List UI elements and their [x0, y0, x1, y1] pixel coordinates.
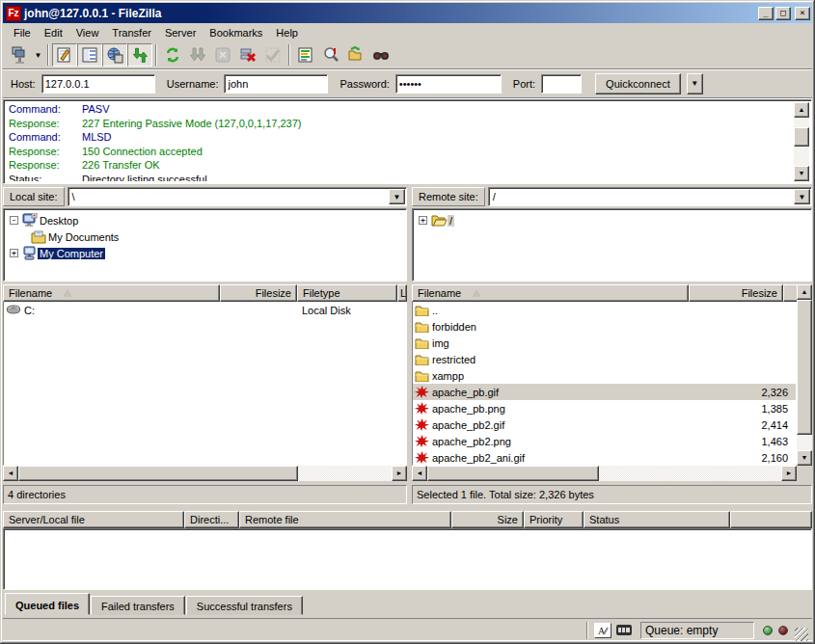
title-bar[interactable]: Fz john@127.0.0.1 - FileZilla _ □ ×: [3, 3, 812, 23]
reconnect-icon[interactable]: [260, 43, 285, 67]
column-priority[interactable]: Priority: [524, 511, 584, 528]
column-status[interactable]: Status: [584, 511, 730, 528]
refresh-icon[interactable]: [160, 43, 185, 67]
column-filesize[interactable]: Filesize: [220, 284, 297, 302]
remote-list-hscrollbar[interactable]: ◄ ►: [412, 466, 797, 481]
file-row[interactable]: forbidden: [413, 318, 796, 335]
tree-item-root[interactable]: + /: [419, 212, 811, 228]
menu-file[interactable]: File: [7, 25, 38, 40]
scroll-thumb[interactable]: [797, 300, 812, 435]
menu-edit[interactable]: Edit: [38, 25, 69, 40]
combo-dropdown-icon[interactable]: ▼: [389, 189, 405, 204]
quickconnect-button[interactable]: Quickconnect: [595, 73, 681, 94]
menu-transfer[interactable]: Transfer: [105, 25, 158, 40]
file-row[interactable]: restricted: [413, 351, 796, 367]
resize-grip[interactable]: [795, 628, 808, 641]
find-files-icon[interactable]: [368, 43, 394, 67]
folder-icon: [415, 354, 429, 365]
tab-successful-transfers[interactable]: Successful transfers: [186, 596, 303, 615]
tree-item-label-selected: My Computer: [38, 248, 105, 259]
log-line: Status:Directory listing successful: [6, 173, 794, 182]
file-row[interactable]: apache_pb.png 1,385: [413, 400, 796, 416]
tab-queued-files[interactable]: Queued files: [5, 593, 90, 615]
maximize-button[interactable]: □: [775, 7, 791, 20]
file-name: apache_pb2.png: [432, 436, 511, 447]
toggle-remote-tree-icon[interactable]: [102, 43, 127, 67]
site-manager-dropdown[interactable]: ▼: [32, 43, 44, 67]
menu-server[interactable]: Server: [158, 25, 203, 40]
password-input[interactable]: [395, 74, 502, 94]
site-manager-icon[interactable]: [7, 43, 32, 67]
scroll-right-icon[interactable]: ►: [781, 466, 797, 481]
column-filename[interactable]: Filename: [3, 284, 220, 302]
cancel-icon[interactable]: [210, 43, 235, 67]
file-row[interactable]: apache_pb2.gif 2,414: [413, 416, 796, 433]
menu-bookmarks[interactable]: Bookmarks: [203, 25, 269, 40]
open-folder-icon: [431, 214, 448, 227]
username-input[interactable]: [224, 74, 328, 94]
file-row[interactable]: apache_pb2.png 1,463: [413, 433, 796, 449]
scroll-thumb[interactable]: [794, 127, 809, 147]
port-input[interactable]: [541, 74, 582, 94]
file-name: apache_pb.gif: [432, 387, 499, 398]
scroll-thumb[interactable]: [427, 466, 599, 481]
scroll-up-icon[interactable]: ▲: [797, 284, 812, 300]
scroll-right-icon[interactable]: ►: [392, 466, 407, 481]
quickconnect-dropdown[interactable]: ▼: [687, 73, 703, 94]
toggle-local-tree-icon[interactable]: [77, 43, 102, 67]
column-direction[interactable]: Directi...: [184, 511, 239, 528]
menu-help[interactable]: Help: [269, 25, 305, 40]
scroll-left-icon[interactable]: ◄: [3, 466, 18, 481]
file-row[interactable]: img: [413, 335, 796, 351]
window-title: john@127.0.0.1 - FileZilla: [24, 7, 756, 20]
file-row[interactable]: ..: [413, 302, 796, 318]
log-scrollbar[interactable]: ▲ ▼: [794, 102, 809, 181]
process-queue-icon[interactable]: [185, 43, 210, 67]
column-lastmodified[interactable]: L: [397, 284, 407, 302]
expand-icon[interactable]: +: [10, 249, 18, 257]
file-row[interactable]: C: Local Disk: [4, 302, 406, 318]
scroll-thumb[interactable]: [18, 466, 298, 481]
scroll-up-icon[interactable]: ▲: [794, 102, 809, 118]
tree-item-my-documents[interactable]: My Documents: [10, 228, 406, 245]
sync-browsing-icon[interactable]: [343, 43, 368, 67]
queue-list[interactable]: [3, 528, 812, 590]
file-name: ..: [432, 305, 438, 316]
tree-item-desktop[interactable]: - Desktop: [10, 212, 406, 228]
local-site-combo[interactable]: \ ▼: [68, 187, 407, 206]
file-row-selected[interactable]: apache_pb.gif 2,326: [413, 384, 796, 400]
combo-dropdown-icon[interactable]: ▼: [794, 189, 810, 204]
scroll-down-icon[interactable]: ▼: [794, 166, 809, 181]
disconnect-icon[interactable]: [235, 43, 260, 67]
filter-icon[interactable]: [293, 43, 318, 67]
file-name: apache_pb2_ani.gif: [432, 452, 525, 464]
scroll-down-icon[interactable]: ▼: [797, 450, 812, 466]
toggle-queue-icon[interactable]: [127, 43, 152, 67]
compare-icon[interactable]: [318, 43, 343, 67]
host-input[interactable]: [41, 74, 155, 94]
file-row[interactable]: xampp: [413, 367, 796, 384]
column-filetype[interactable]: Filetype: [297, 284, 397, 302]
tab-failed-transfers[interactable]: Failed transfers: [91, 596, 185, 615]
column-filename[interactable]: Filename: [412, 284, 689, 302]
file-name: img: [432, 337, 449, 349]
transfer-type-ascii-icon[interactable]: A: [594, 623, 611, 638]
remote-site-combo[interactable]: / ▼: [488, 187, 812, 206]
indicator-badge-icon[interactable]: [615, 623, 633, 638]
tree-item-label-selected: /: [448, 215, 454, 227]
column-remote-file[interactable]: Remote file: [239, 511, 451, 528]
close-button[interactable]: ×: [795, 7, 810, 20]
file-row[interactable]: apache_pb2_ani.gif 2,160: [413, 449, 796, 466]
tree-item-my-computer[interactable]: + My Computer: [10, 245, 406, 261]
column-filesize[interactable]: Filesize: [689, 284, 783, 302]
remote-list-vscrollbar[interactable]: ▲ ▼: [797, 284, 812, 466]
collapse-icon[interactable]: -: [10, 216, 18, 225]
expand-icon[interactable]: +: [419, 216, 427, 225]
local-list-hscrollbar[interactable]: ◄ ►: [3, 466, 407, 481]
minimize-button[interactable]: _: [758, 7, 774, 20]
menu-view[interactable]: View: [69, 25, 106, 40]
toggle-log-icon[interactable]: [52, 43, 77, 67]
column-size[interactable]: Size: [451, 511, 524, 528]
column-server-local-file[interactable]: Server/Local file: [3, 511, 184, 528]
scroll-left-icon[interactable]: ◄: [412, 466, 427, 481]
